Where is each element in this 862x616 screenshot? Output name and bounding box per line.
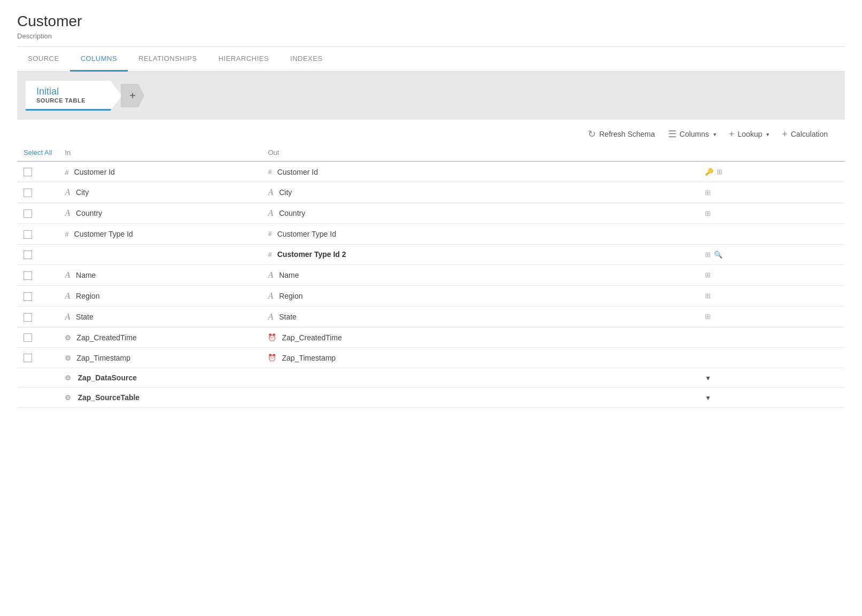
row-actions-cell: 🔑⊞ — [698, 161, 845, 182]
row-actions-cell: ⊞ — [698, 264, 845, 285]
special-empty-checkbox — [17, 368, 58, 388]
tabs-bar: SOURCE COLUMNS RELATIONSHIPS HIERARCHIES… — [17, 47, 845, 72]
tab-relationships[interactable]: RELATIONSHIPS — [128, 47, 208, 72]
step-initial-box[interactable]: Initial SOURCE TABLE — [26, 81, 122, 111]
alpha-icon: A — [65, 270, 71, 280]
calculation-button[interactable]: + Calculation — [782, 129, 828, 140]
special-label-cell: ⚙ Zap_SourceTable — [58, 388, 698, 408]
in-cell — [58, 244, 261, 264]
tab-hierarchies[interactable]: HIERARCHIES — [208, 47, 279, 72]
step-add-button[interactable]: + — [121, 84, 144, 107]
row-checkbox-name[interactable] — [24, 271, 32, 280]
lookup-button[interactable]: + Lookup ▾ — [729, 129, 769, 140]
table-row: ⚙ Zap_CreatedTime ⏰ Zap_CreatedTime — [17, 327, 845, 347]
tab-source[interactable]: SOURCE — [17, 47, 70, 72]
columns-button[interactable]: ☰ Columns ▾ — [668, 128, 716, 140]
checkbox-cell — [17, 306, 58, 327]
hash-icon: # — [65, 230, 68, 238]
in-cell: A State — [58, 306, 261, 327]
key-icon[interactable]: 🔑 — [705, 168, 713, 176]
special-row-label: Zap_DataSource — [77, 373, 136, 382]
clock-icon: ⏰ — [268, 354, 276, 362]
special-row: ⚙ Zap_SourceTable ▼ — [17, 388, 845, 408]
row-checkbox-customer-id[interactable] — [24, 168, 32, 176]
out-cell: ⏰ Zap_Timestamp — [261, 348, 698, 368]
columns-table: Select All In Out # Customer Id # Custom… — [17, 144, 845, 408]
alpha-icon: A — [65, 208, 71, 218]
row-checkbox-region[interactable] — [24, 292, 32, 301]
row-actions-cell: ⊞ — [698, 182, 845, 203]
gear-icon: ⚙ — [65, 374, 71, 382]
out-cell: A City — [261, 182, 698, 203]
checkbox-cell — [17, 348, 58, 368]
dropdown-arrow-icon[interactable]: ▼ — [705, 394, 711, 402]
row-checkbox-city[interactable] — [24, 189, 32, 197]
alpha-icon: A — [268, 208, 274, 218]
pipeline-step-initial: Initial SOURCE TABLE + — [26, 81, 144, 111]
grid-icon[interactable]: ⊞ — [717, 168, 723, 176]
out-cell: A Region — [261, 285, 698, 306]
grid-icon[interactable]: ⊞ — [705, 189, 711, 197]
lookup-label: Lookup — [737, 130, 762, 138]
alpha-icon: A — [268, 312, 274, 322]
out-cell: A State — [261, 306, 698, 327]
in-column-header: In — [58, 144, 261, 161]
row-actions-cell: ⊞ — [698, 306, 845, 327]
row-checkbox-state[interactable] — [24, 313, 32, 322]
table-row: # Customer Type Id # Customer Type Id — [17, 224, 845, 244]
row-actions-cell — [698, 327, 845, 347]
checkbox-cell — [17, 244, 58, 264]
special-row-label: Zap_SourceTable — [77, 393, 139, 402]
special-row: ⚙ Zap_DataSource ▼ — [17, 368, 845, 388]
table-row: A State A State ⊞ — [17, 306, 845, 327]
refresh-schema-button[interactable]: ↻ Refresh Schema — [588, 128, 655, 140]
settings-icon: ⚙ — [65, 334, 71, 342]
select-all-button[interactable]: Select All — [24, 149, 52, 157]
tab-indexes[interactable]: INDEXES — [279, 47, 333, 72]
checkbox-cell — [17, 285, 58, 306]
table-row: A Name A Name ⊞ — [17, 264, 845, 285]
row-checkbox-zap-created-time[interactable] — [24, 333, 32, 342]
out-cell: A Name — [261, 264, 698, 285]
dropdown-arrow-icon[interactable]: ▼ — [705, 375, 711, 382]
grid-icon[interactable]: ⊞ — [705, 313, 711, 321]
page-title: Customer — [17, 13, 845, 30]
table-row: ⚙ Zap_Timestamp ⏰ Zap_Timestamp — [17, 348, 845, 368]
grid-icon[interactable]: ⊞ — [705, 271, 711, 279]
settings-icon: ⚙ — [65, 354, 71, 362]
row-actions-cell: ⊞ — [698, 203, 845, 224]
special-dropdown-cell[interactable]: ▼ — [698, 368, 845, 388]
hash-icon: # — [268, 251, 271, 259]
table-row: A Country A Country ⊞ — [17, 203, 845, 224]
grid-icon[interactable]: ⊞ — [705, 209, 711, 217]
in-cell: A Country — [58, 203, 261, 224]
row-checkbox-customer-type-id[interactable] — [24, 230, 32, 239]
columns-icon: ☰ — [668, 128, 677, 140]
row-actions-cell: ⊞ — [698, 285, 845, 306]
row-checkbox-country[interactable] — [24, 209, 32, 218]
in-cell: A Name — [58, 264, 261, 285]
row-checkbox-zap-timestamp[interactable] — [24, 354, 32, 362]
alpha-icon: A — [268, 291, 274, 301]
grid-icon[interactable]: ⊞ — [705, 251, 711, 259]
in-cell: ⚙ Zap_Timestamp — [58, 348, 261, 368]
search-icon[interactable]: 🔍 — [714, 251, 723, 259]
special-dropdown-cell[interactable]: ▼ — [698, 388, 845, 408]
grid-icon[interactable]: ⊞ — [705, 292, 711, 300]
out-column-header: Out — [261, 144, 698, 161]
lookup-plus-icon: + — [729, 129, 735, 140]
columns-toolbar: ↻ Refresh Schema ☰ Columns ▾ + Lookup ▾ … — [17, 120, 845, 144]
table-header-row: Select All In Out — [17, 144, 845, 161]
checkbox-cell — [17, 264, 58, 285]
alpha-icon: A — [65, 291, 71, 301]
row-checkbox-customer-type-id-2[interactable] — [24, 251, 32, 259]
hash-icon: # — [268, 168, 271, 176]
calculation-label: Calculation — [791, 130, 828, 138]
tab-columns[interactable]: COLUMNS — [70, 47, 128, 72]
in-cell: ⚙ Zap_CreatedTime — [58, 327, 261, 347]
special-label-cell: ⚙ Zap_DataSource — [58, 368, 698, 388]
gear-icon: ⚙ — [65, 394, 71, 402]
pipeline-bar: Initial SOURCE TABLE + — [17, 72, 845, 120]
checkbox-cell — [17, 224, 58, 244]
table-body: # Customer Id # Customer Id 🔑⊞ A City A … — [17, 161, 845, 408]
